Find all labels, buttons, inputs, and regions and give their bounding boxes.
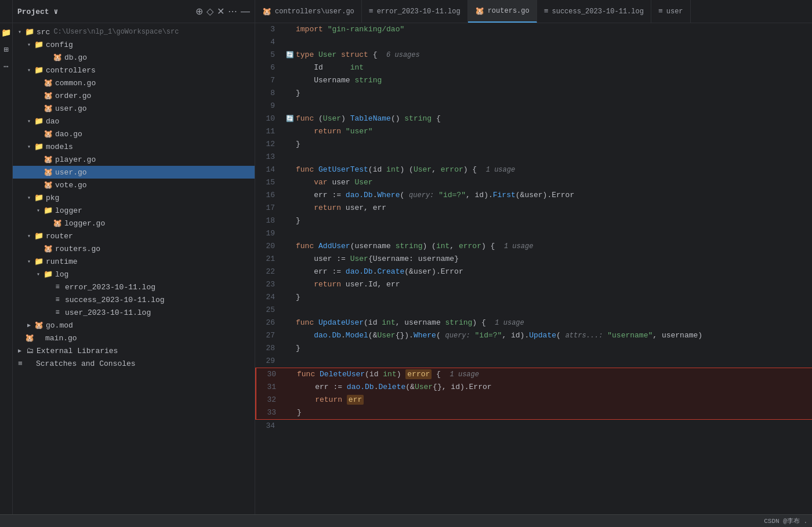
tab-label: error_2023-10-11.log bbox=[377, 8, 461, 16]
tree-item-dao-go[interactable]: 🐹 dao.go bbox=[13, 128, 255, 140]
go-file-icon: 🐹 bbox=[475, 6, 484, 16]
close-sidebar-button[interactable]: ✕ bbox=[217, 6, 224, 17]
tab-routers-go[interactable]: 🐹 routers.go bbox=[468, 0, 537, 23]
code-line-17: 17 return user, err bbox=[255, 202, 812, 215]
tree-item-logger-go[interactable]: 🐹 logger.go bbox=[13, 217, 255, 230]
tree-label: common.go bbox=[55, 79, 96, 88]
tree-item-error-log[interactable]: ≡ error_2023-10-11.log bbox=[13, 281, 255, 293]
tree-label: user.go bbox=[55, 104, 87, 113]
folder-icon: 📁 bbox=[24, 27, 35, 37]
tree-label: user_2023-10-11.log bbox=[65, 308, 151, 317]
go-file-icon: 🐹 bbox=[262, 7, 271, 16]
tree-item-pkg[interactable]: ▾ 📁 pkg bbox=[13, 191, 255, 204]
scratches-icon: ≡ bbox=[15, 359, 26, 368]
code-editor[interactable]: 3 import "gin-ranking/dao" 4 5 🔄 type Us… bbox=[255, 23, 812, 514]
tree-label: Scratches and Consoles bbox=[36, 359, 136, 368]
tree-label: controllers bbox=[46, 66, 96, 75]
tree-item-go-mod[interactable]: ▶ 🐹 go.mod bbox=[13, 319, 255, 332]
tree-item-player-go[interactable]: 🐹 player.go bbox=[13, 153, 255, 166]
sidebar-header: Project ∨ ⊕ ◇ ✕ ⋯ — bbox=[13, 0, 255, 23]
tree-item-success-log[interactable]: ≡ success_2023-10-11.log bbox=[13, 293, 255, 306]
tree-item-user-go-models[interactable]: 🐹 user.go bbox=[13, 166, 255, 179]
expand-arrow: ▾ bbox=[24, 67, 34, 74]
expand-arrow: ▾ bbox=[24, 118, 34, 125]
code-line-14: 14 func GetUserTest(id int) (User, error… bbox=[255, 163, 812, 176]
minimize-button[interactable]: — bbox=[241, 6, 250, 17]
log-file-icon: ≡ bbox=[369, 7, 374, 16]
expand-arrow: ▾ bbox=[34, 207, 43, 214]
tree-item-logger-folder[interactable]: ▾ 📁 logger bbox=[13, 204, 255, 217]
tree-item-routers-go[interactable]: 🐹 routers.go bbox=[13, 242, 255, 255]
code-line-6: 6 Id int bbox=[255, 61, 812, 74]
tab-controllers-user-go[interactable]: 🐹 controllers\user.go bbox=[255, 0, 362, 23]
log-file-icon: ≡ bbox=[544, 7, 549, 16]
tree-item-order-go[interactable]: 🐹 order.go bbox=[13, 89, 255, 102]
code-line-15: 15 var user User bbox=[255, 176, 812, 189]
tree-item-router-folder[interactable]: ▾ 📁 router bbox=[13, 230, 255, 242]
more-icon[interactable]: ⋯ bbox=[3, 61, 8, 71]
more-options-button[interactable]: ⋯ bbox=[228, 6, 237, 17]
new-file-button[interactable]: ⊕ bbox=[195, 6, 203, 17]
log-file-icon: ≡ bbox=[52, 308, 63, 317]
code-line-31: 31 err := dao.Db.Delete(&User{}, id).Err… bbox=[255, 381, 812, 394]
expand-arrow: ▾ bbox=[15, 28, 24, 35]
folder-icon: 📁 bbox=[34, 66, 44, 75]
watermark: CSDN @李布 . bbox=[764, 517, 807, 525]
tab-label: controllers\user.go bbox=[275, 8, 354, 16]
tree-item-scratches[interactable]: ≡ Scratches and Consoles bbox=[13, 357, 255, 370]
tab-label: user bbox=[666, 8, 683, 16]
tab-error-log[interactable]: ≡ error_2023-10-11.log bbox=[362, 0, 468, 23]
tree-label: go.mod bbox=[46, 321, 73, 330]
tree-item-dao[interactable]: ▾ 📁 dao bbox=[13, 115, 255, 128]
tree-item-user-go-controllers[interactable]: 🐹 user.go bbox=[13, 102, 255, 115]
go-file-icon: 🐹 bbox=[43, 180, 53, 190]
tab-user[interactable]: ≡ user bbox=[651, 0, 691, 23]
tree-item-log-folder[interactable]: ▾ 📁 log bbox=[13, 268, 255, 281]
tree-label: logger.go bbox=[64, 219, 105, 228]
layout-icon[interactable]: ⊞ bbox=[3, 45, 8, 54]
external-lib-icon: 🗂 bbox=[24, 347, 35, 355]
tree-item-user-log[interactable]: ≡ user_2023-10-11.log bbox=[13, 306, 255, 319]
expand-arrow: ▾ bbox=[24, 194, 34, 201]
log-file-icon: ≡ bbox=[658, 7, 663, 16]
folder-icon: 📁 bbox=[34, 40, 44, 49]
collapse-button[interactable]: ◇ bbox=[206, 6, 213, 17]
expand-arrow: ▾ bbox=[34, 271, 43, 278]
tree-item-db-go[interactable]: 🐹 db.go bbox=[13, 51, 255, 64]
main-layout: 📁 ⊞ ⋯ ▾ 📁 src C:\Users\nlp_1\goWorkspace… bbox=[0, 23, 812, 514]
tree-label: dao.go bbox=[55, 130, 82, 139]
tab-label: routers.go bbox=[488, 7, 530, 15]
folder-icon: 📁 bbox=[34, 257, 44, 266]
tree-label: user.go bbox=[55, 168, 87, 177]
folder-icon: 📁 bbox=[43, 270, 53, 279]
code-line-13: 13 bbox=[255, 151, 812, 163]
tree-item-vote-go[interactable]: 🐹 vote.go bbox=[13, 179, 255, 191]
tree-item-config[interactable]: ▾ 📁 config bbox=[13, 38, 255, 51]
code-line-11: 11 return "user" bbox=[255, 125, 812, 138]
tree-label: player.go bbox=[55, 155, 96, 164]
code-line-34: 34 bbox=[255, 420, 812, 432]
tree-item-external-libraries[interactable]: ▶ 🗂 External Libraries bbox=[13, 344, 255, 357]
tree-label: External Libraries bbox=[37, 347, 118, 355]
tree-item-controllers[interactable]: ▾ 📁 controllers bbox=[13, 64, 255, 77]
code-line-33: 33 } bbox=[255, 406, 812, 420]
expand-arrow: ▾ bbox=[24, 232, 34, 239]
code-line-5: 5 🔄 type User struct { 6 usages bbox=[255, 49, 812, 61]
tree-label: src bbox=[37, 28, 50, 37]
code-line-30: 30 func DeleteUser(id int) error { 1 usa… bbox=[255, 368, 812, 381]
tree-label: error_2023-10-11.log bbox=[65, 283, 155, 292]
tree-item-src[interactable]: ▾ 📁 src C:\Users\nlp_1\goWorkspace\src bbox=[13, 26, 255, 38]
go-file-icon: 🐹 bbox=[43, 129, 53, 139]
tree-item-main-go[interactable]: 🐹 main.go bbox=[13, 332, 255, 344]
tree-label: vote.go bbox=[55, 181, 87, 190]
tree-label: logger bbox=[55, 206, 82, 215]
code-line-25: 25 bbox=[255, 304, 812, 317]
folder-icon[interactable]: 📁 bbox=[1, 28, 11, 38]
log-file-icon: ≡ bbox=[52, 296, 63, 304]
tree-label: models bbox=[46, 143, 73, 151]
code-line-21: 21 user := User{Username: username} bbox=[255, 253, 812, 266]
tree-item-runtime[interactable]: ▾ 📁 runtime bbox=[13, 255, 255, 268]
tab-success-log[interactable]: ≡ success_2023-10-11.log bbox=[537, 0, 651, 23]
tree-item-models[interactable]: ▾ 📁 models bbox=[13, 140, 255, 153]
tree-item-common-go[interactable]: 🐹 common.go bbox=[13, 77, 255, 89]
